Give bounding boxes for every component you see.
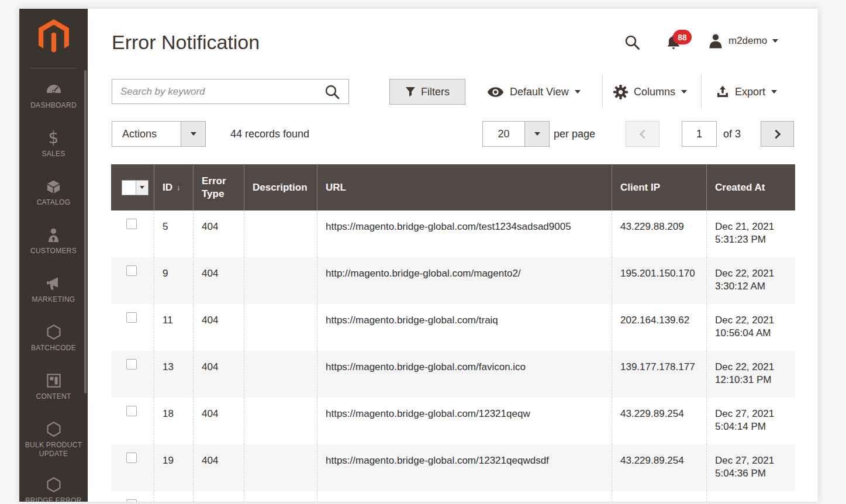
row-checkbox[interactable] <box>126 453 137 463</box>
sidebar-item-label: BRIDGE ERROR <box>22 496 85 502</box>
catalog-icon <box>46 178 61 195</box>
page-number-input[interactable] <box>682 121 717 147</box>
cell-client-ip: 43.229.89.254 <box>612 444 706 491</box>
chevron-down-icon <box>772 39 778 43</box>
chevron-down-icon <box>575 90 581 94</box>
sort-descending-icon: ↓ <box>177 181 181 194</box>
magento-logo[interactable] <box>19 19 88 54</box>
sidebar-item-content[interactable]: CONTENT <box>19 365 88 414</box>
row-select-cell <box>111 257 154 304</box>
column-header-id[interactable]: ID ↓ <box>154 164 193 210</box>
cell-url: https://magento.bridge-global.com/12321q… <box>317 398 612 444</box>
content-icon <box>46 372 61 389</box>
sidebar-item-label: DASHBOARD <box>27 101 80 110</box>
cell-created-at: Dec 27, 20215:04:36 PM <box>706 444 795 491</box>
per-page-caret-button[interactable] <box>525 121 550 147</box>
search-submit-button[interactable] <box>324 84 340 102</box>
sidebar-scrollbar[interactable] <box>84 70 87 393</box>
cell-error-type: 404 <box>193 210 244 257</box>
sidebar-item-label: CUSTOMERS <box>27 247 80 256</box>
chevron-right-icon <box>772 129 781 139</box>
column-header-created-at[interactable]: Created At <box>706 164 795 210</box>
cell-error-type: 404 <box>193 351 244 398</box>
next-page-button[interactable] <box>761 121 794 147</box>
sidebar-item-marketing[interactable]: MARKETING <box>19 268 88 317</box>
select-options-caret[interactable] <box>136 181 148 195</box>
row-checkbox[interactable] <box>126 499 137 502</box>
cell-error-type: 404 <box>193 444 244 491</box>
sidebar-divider <box>30 68 77 68</box>
actions-caret-button[interactable] <box>181 121 206 147</box>
per-page-dropdown[interactable]: 20 <box>482 121 550 147</box>
select-all-checkbox[interactable] <box>122 181 136 195</box>
previous-page-button[interactable] <box>626 121 659 147</box>
table-row[interactable]: 9 404 http://magento.bridge-global.com/m… <box>111 257 795 304</box>
actions-dropdown[interactable]: Actions <box>112 121 206 147</box>
row-checkbox[interactable] <box>126 359 137 370</box>
cell-client-ip: 43.229.88.209 <box>612 210 706 257</box>
row-checkbox[interactable] <box>126 265 137 276</box>
column-header-client-ip[interactable]: Client IP <box>612 164 706 210</box>
cell-client-ip: 139.177.178.177 <box>612 351 706 398</box>
select-all-control[interactable] <box>122 180 149 195</box>
sidebar-item-sales[interactable]: $ SALES <box>19 123 88 171</box>
export-icon <box>716 85 729 98</box>
row-checkbox[interactable] <box>126 219 137 229</box>
per-page-value: 20 <box>482 121 525 147</box>
customers-icon <box>46 227 61 243</box>
cell-description <box>244 351 317 398</box>
cell-created-at: Dec 22, 202110:56:04 AM <box>706 304 795 351</box>
cell-error-type <box>193 491 244 502</box>
sidebar-item-customers[interactable]: CUSTOMERS <box>19 220 88 268</box>
export-selector[interactable]: Export <box>716 79 777 105</box>
hexagon-icon <box>46 421 61 437</box>
sidebar-item-bulk-product-update[interactable]: BULK PRODUCT UPDATE <box>19 414 88 470</box>
keyword-search <box>112 79 349 104</box>
error-grid: ID ↓ Error Type Description URL Client I… <box>111 164 795 502</box>
admin-user-menu[interactable]: m2demo <box>708 33 778 49</box>
filters-label: Filters <box>421 86 450 98</box>
user-name: m2demo <box>728 35 767 47</box>
cell-client-ip: 195.201.150.170 <box>612 257 706 304</box>
sidebar-item-batchcode[interactable]: BATCHCODE <box>19 317 88 365</box>
cell-id <box>154 491 193 502</box>
columns-selector[interactable]: Columns <box>613 79 687 105</box>
table-row[interactable]: 5 404 https://magento.bridge-global.com/… <box>111 210 795 257</box>
row-select-cell <box>111 398 154 444</box>
cell-description <box>244 257 317 304</box>
column-header-url[interactable]: URL <box>317 164 612 210</box>
row-checkbox[interactable] <box>126 312 137 323</box>
records-found-text: 44 records found <box>230 121 309 147</box>
table-row[interactable]: 18 404 https://magento.bridge-global.com… <box>111 398 795 444</box>
cell-url: https://magento.bridge-global.com/test12… <box>317 210 612 257</box>
row-checkbox[interactable] <box>126 406 137 416</box>
column-header-error-type[interactable]: Error Type <box>193 164 244 210</box>
cell-url: https://magento.bridge-global.com/traiq <box>317 304 612 351</box>
table-row[interactable]: 19 404 https://magento.bridge-global.com… <box>111 444 795 491</box>
column-header-description[interactable]: Description <box>244 164 317 210</box>
cell-error-type: 404 <box>193 304 244 351</box>
cell-url: http://magento.bridge-global.com/magento… <box>317 257 612 304</box>
search-input[interactable] <box>112 80 348 103</box>
sidebar-item-dashboard[interactable]: DASHBOARD <box>19 74 88 123</box>
table-row[interactable]: 11 404 https://magento.bridge-global.com… <box>111 304 795 351</box>
cell-error-type: 404 <box>193 398 244 444</box>
view-selector[interactable]: Default View <box>487 79 581 105</box>
sidebar-item-bridge-error[interactable]: BRIDGE ERROR <box>19 470 88 502</box>
cell-description <box>244 210 317 257</box>
notifications-count-badge[interactable]: 88 <box>673 30 692 44</box>
chevron-down-icon <box>534 132 540 136</box>
toolbar-divider <box>701 74 702 108</box>
sidebar-item-catalog[interactable]: CATALOG <box>19 171 88 220</box>
row-select-cell <box>111 351 154 398</box>
admin-sidebar: DASHBOARD $ SALES CATALOG CUSTOMERS <box>19 9 88 502</box>
user-icon <box>708 33 723 49</box>
table-row[interactable]: 13 404 https://magento.bridge-global.com… <box>111 351 795 398</box>
global-search-button[interactable] <box>624 34 640 53</box>
filters-button[interactable]: Filters <box>389 79 465 105</box>
chevron-down-icon <box>191 132 196 136</box>
cell-created-at: Dec 27, 20215:04:14 PM <box>706 398 795 444</box>
page-total-label: of 3 <box>723 121 741 147</box>
cell-id: 9 <box>154 257 193 304</box>
table-row[interactable] <box>111 491 795 502</box>
